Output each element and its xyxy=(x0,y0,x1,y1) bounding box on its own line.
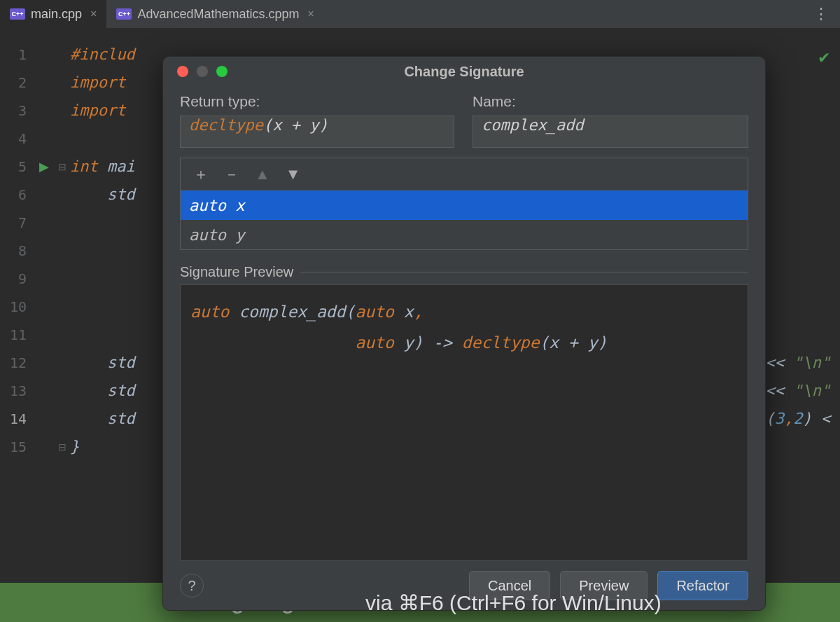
param-item[interactable]: auto x xyxy=(181,191,748,220)
tab-advanced-math[interactable]: C++ AdvancedMathematics.cppm × xyxy=(106,0,323,28)
fold-icon[interactable]: ⊟ xyxy=(55,433,70,461)
run-icon[interactable]: ▶ xyxy=(34,153,55,181)
parameter-list: ＋ － ▲ ▼ auto x auto y xyxy=(180,158,748,250)
run-gutter: ▶ xyxy=(34,28,55,583)
tab-main-cpp[interactable]: C++ main.cpp × xyxy=(0,0,106,28)
preview-label: Signature Preview xyxy=(180,264,748,280)
return-type-input[interactable]: decltype(x + y) xyxy=(180,116,454,148)
return-type-label: Return type: xyxy=(180,93,454,110)
fold-icon[interactable]: ⊟ xyxy=(55,153,70,181)
dialog-title: Change Signature xyxy=(163,64,765,80)
refactor-button[interactable]: Refactor xyxy=(657,571,748,600)
more-icon[interactable]: ⋮ xyxy=(804,5,840,23)
window-zoom-icon[interactable] xyxy=(216,66,227,77)
close-icon[interactable]: × xyxy=(88,8,97,20)
tab-label: AdvancedMathematics.cppm xyxy=(137,7,299,22)
remove-param-icon[interactable]: － xyxy=(224,164,239,185)
tab-label: main.cpp xyxy=(31,7,82,22)
inspection-ok-icon[interactable]: ✔ xyxy=(818,49,830,67)
cpp-file-icon: C++ xyxy=(116,8,132,20)
close-icon[interactable]: × xyxy=(305,8,314,20)
editor: 1 2 3 4 5 6 7 8 9 10 11 12 13 14 15 ▶ ⊟ … xyxy=(0,28,840,583)
line-number-gutter: 1 2 3 4 5 6 7 8 9 10 11 12 13 14 15 xyxy=(0,28,34,583)
window-minimize-icon xyxy=(197,66,208,77)
signature-preview: auto complex_add(auto x, auto y) -> decl… xyxy=(180,284,748,561)
move-up-icon: ▲ xyxy=(255,165,270,184)
caption-text: via ⌘F6 (Ctrl+F6 for Win/Linux) xyxy=(365,590,662,615)
cpp-file-icon: C++ xyxy=(10,8,25,20)
dialog-titlebar[interactable]: Change Signature xyxy=(163,57,765,86)
window-close-icon[interactable] xyxy=(177,66,188,77)
move-down-icon[interactable]: ▼ xyxy=(286,165,301,184)
change-signature-dialog: Change Signature Return type: decltype(x… xyxy=(162,56,766,611)
param-item[interactable]: auto y xyxy=(181,220,748,249)
tab-bar: C++ main.cpp × C++ AdvancedMathematics.c… xyxy=(0,0,840,28)
name-label: Name: xyxy=(472,93,748,110)
fold-gutter: ⊟ ⊟ xyxy=(55,28,70,583)
add-param-icon[interactable]: ＋ xyxy=(193,164,209,185)
name-input[interactable]: complex_add xyxy=(472,116,748,148)
help-button[interactable]: ? xyxy=(180,574,204,597)
